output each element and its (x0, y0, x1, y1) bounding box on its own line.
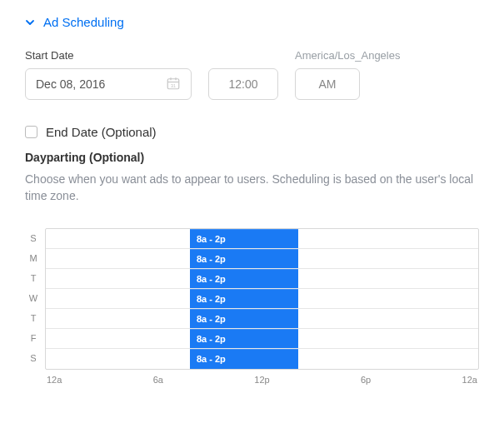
spacer-label (208, 49, 278, 62)
timezone-label: America/Los_Angeles (295, 49, 400, 62)
schedule-row[interactable]: 8a - 2p (46, 309, 478, 329)
day-label: W (25, 288, 42, 308)
schedule-row[interactable]: 8a - 2p (46, 289, 478, 309)
day-label: F (25, 328, 42, 348)
time-tick: 12a (47, 375, 62, 385)
start-date-value: Dec 08, 2016 (36, 77, 105, 91)
schedule-row[interactable]: 8a - 2p (46, 229, 478, 249)
schedule-selection[interactable]: 8a - 2p (190, 329, 298, 348)
schedule-selection[interactable]: 8a - 2p (190, 269, 298, 288)
day-label: T (25, 308, 42, 328)
day-label: S (25, 348, 42, 368)
end-date-checkbox[interactable] (25, 126, 37, 138)
chevron-down-icon (25, 17, 35, 27)
time-tick: 12p (254, 375, 269, 385)
time-tick: 12a (462, 375, 477, 385)
schedule-selection[interactable]: 8a - 2p (190, 309, 298, 328)
schedule-selection[interactable]: 8a - 2p (190, 229, 298, 248)
svg-text:31: 31 (171, 82, 176, 87)
schedule-grid[interactable]: 8a - 2p8a - 2p8a - 2p8a - 2p8a - 2p8a - … (45, 228, 479, 370)
schedule-selection[interactable]: 8a - 2p (190, 249, 298, 268)
start-ampm-value: AM (319, 77, 337, 91)
calendar-icon: 31 (166, 76, 181, 93)
dayparting-helper: Choose when you want ads to appear to us… (25, 171, 479, 205)
section-title: Ad Scheduling (43, 15, 124, 29)
time-tick: 6a (153, 375, 163, 385)
schedule-row[interactable]: 8a - 2p (46, 249, 478, 269)
start-time-input[interactable]: 12:00 (208, 68, 278, 100)
schedule-selection[interactable]: 8a - 2p (190, 289, 298, 308)
time-axis: 12a6a12p6p12a (45, 375, 479, 385)
end-date-row[interactable]: End Date (Optional) (25, 125, 479, 139)
schedule-row[interactable]: 8a - 2p (46, 269, 478, 289)
time-tick: 6p (361, 375, 371, 385)
day-label: M (25, 248, 42, 268)
start-ampm-input[interactable]: AM (295, 68, 360, 100)
day-label: T (25, 268, 42, 288)
start-date-label: Start Date (25, 49, 192, 62)
day-label: S (25, 228, 42, 248)
end-date-label: End Date (Optional) (46, 125, 157, 139)
section-header[interactable]: Ad Scheduling (25, 15, 479, 29)
schedule-row[interactable]: 8a - 2p (46, 329, 478, 349)
schedule-row[interactable]: 8a - 2p (46, 349, 478, 369)
day-labels-column: SMTWTFS (25, 228, 42, 370)
start-time-value: 12:00 (228, 77, 257, 91)
start-date-input[interactable]: Dec 08, 2016 31 (25, 68, 192, 100)
schedule-selection[interactable]: 8a - 2p (190, 349, 298, 369)
start-date-row: Start Date Dec 08, 2016 31 12:00 America… (25, 49, 479, 100)
dayparting-label: Dayparting (Optional) (25, 151, 479, 164)
dayparting-grid: SMTWTFS 8a - 2p8a - 2p8a - 2p8a - 2p8a -… (25, 228, 479, 370)
